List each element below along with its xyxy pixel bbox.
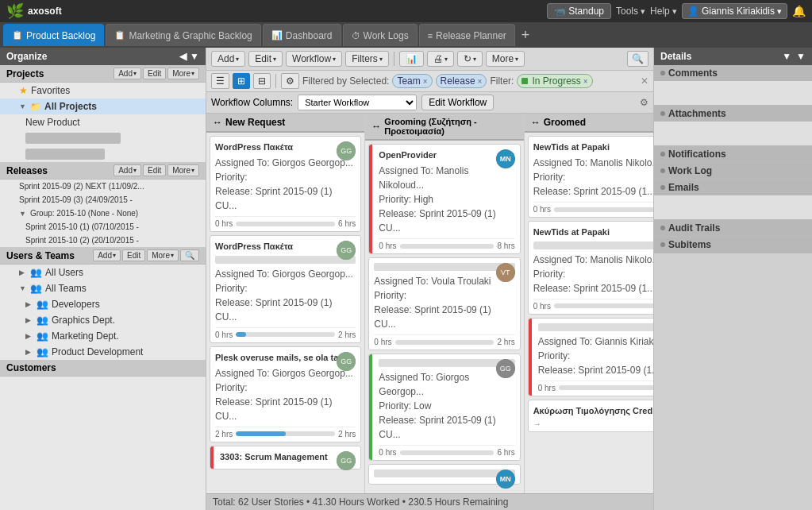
filtered-by-label: Filtered by Selected: bbox=[302, 75, 389, 87]
remove-team-filter[interactable]: × bbox=[423, 77, 428, 86]
card-g4[interactable]: MN bbox=[368, 464, 520, 485]
card-c2[interactable]: WordPress Πακέτα GG Assigned To: Giorgos… bbox=[210, 235, 361, 342]
all-projects-item[interactable]: ▼ 📁 All Projects bbox=[0, 99, 206, 114]
card-c4[interactable]: 3303: Scrum Management GG bbox=[210, 446, 361, 469]
marketing-dept-item[interactable]: ▶ 👥 Marketing Dept. bbox=[0, 328, 206, 344]
tab-dashboard[interactable]: 📊 Dashboard bbox=[263, 24, 341, 46]
graphics-dept-item[interactable]: ▶ 👥 Graphics Dept. bbox=[0, 312, 206, 328]
view-kanban-btn[interactable]: ⊞ bbox=[233, 73, 250, 89]
card-c3[interactable]: Plesk overuse mails, se ola ta ... GG As… bbox=[210, 346, 361, 442]
card-g3[interactable]: GG Assigned To: Giorgos Georgop... Prior… bbox=[368, 354, 520, 461]
card-g1[interactable]: OpenProvider MN Assigned To: Manolis Nik… bbox=[368, 144, 520, 254]
column-expand-icon-groomed[interactable]: ↔ bbox=[531, 117, 541, 128]
users-more-btn[interactable]: More ▾ bbox=[147, 249, 179, 261]
tools-button[interactable]: Tools ▾ bbox=[616, 6, 645, 17]
card-gr2[interactable]: NewTids at Papaki Assigned To: Manolis N… bbox=[528, 221, 653, 314]
workflow-gear-icon[interactable]: ⚙ bbox=[640, 97, 648, 108]
workflow-select[interactable]: Starter Workflow bbox=[298, 95, 417, 110]
details-section-work-log[interactable]: Work Log bbox=[654, 163, 812, 180]
remove-progress-filter[interactable]: × bbox=[583, 77, 588, 86]
team-icon-graphics: 👥 bbox=[37, 315, 48, 326]
subitems-label: Subitems bbox=[668, 239, 711, 250]
sprint-3-item[interactable]: Sprint 2015-10 (1) (07/10/2015 - bbox=[0, 220, 206, 234]
blurred-project-1[interactable] bbox=[0, 130, 206, 146]
users-add-btn[interactable]: Add ▾ bbox=[93, 249, 121, 261]
sidebar-collapse-icon[interactable]: ◀ bbox=[179, 51, 187, 62]
card-g2[interactable]: VT Assigned To: Voula Troulaki Priority:… bbox=[368, 257, 520, 350]
details-section-attachments[interactable]: Attachments bbox=[654, 106, 812, 146]
customers-section-header[interactable]: Customers bbox=[0, 360, 206, 377]
card-title-gr4: Ακύρωση Τιμολόγησης Cred... bbox=[533, 405, 653, 416]
filter-tag-release[interactable]: Release × bbox=[436, 74, 487, 88]
print-button[interactable]: 🖨 ▾ bbox=[427, 51, 454, 67]
user-menu-button[interactable]: 👤 Giannis Kiriakidis ▾ bbox=[682, 3, 787, 19]
all-teams-item[interactable]: ▼ 👥 All Teams bbox=[0, 280, 206, 296]
column-expand-icon[interactable]: ↔ bbox=[213, 117, 222, 128]
view-settings-btn[interactable]: ⚙ bbox=[281, 73, 299, 89]
group-item[interactable]: ▼ Group: 2015-10 (None - None) bbox=[0, 207, 206, 220]
releases-more-btn[interactable]: More ▾ bbox=[167, 164, 199, 176]
favorites-item[interactable]: ★ Favorites bbox=[0, 83, 206, 99]
edit-button[interactable]: Edit ▾ bbox=[248, 51, 283, 67]
edit-workflow-button[interactable]: Edit Workflow bbox=[421, 95, 494, 110]
blurred-project-2[interactable] bbox=[0, 146, 206, 162]
releases-add-btn[interactable]: Add ▾ bbox=[114, 164, 141, 176]
details-section-emails[interactable]: Emails bbox=[654, 180, 812, 220]
filters-button[interactable]: Filters ▾ bbox=[345, 51, 389, 67]
users-teams-section-header[interactable]: Users & Teams Add ▾ Edit More ▾ 🔍 bbox=[0, 247, 206, 265]
card-c1[interactable]: WordPress Πακέτα GG Assigned To: Giorgos… bbox=[210, 136, 361, 232]
projects-add-btn[interactable]: Add ▾ bbox=[114, 68, 141, 79]
details-section-comments[interactable]: Comments bbox=[654, 65, 812, 106]
sprint-1-item[interactable]: Sprint 2015-09 (2) NEXT (11/09/2... bbox=[0, 180, 206, 193]
video-icon: 📹 bbox=[554, 6, 566, 17]
column-header-new-request: ↔ New Request bbox=[206, 114, 364, 133]
standup-button[interactable]: 📹 Standup bbox=[547, 3, 611, 19]
projects-section-header[interactable]: Projects Add ▾ Edit More ▾ bbox=[0, 65, 206, 83]
notification-bell-icon[interactable]: 🔔 bbox=[792, 5, 806, 17]
filter-tag-in-progress[interactable]: In Progress × bbox=[517, 74, 592, 88]
all-users-item[interactable]: ▶ 👥 All Users bbox=[0, 265, 206, 280]
users-edit-btn[interactable]: Edit bbox=[122, 249, 145, 261]
sidebar-filter-icon[interactable]: ▼ bbox=[190, 51, 199, 62]
view-list-btn[interactable]: ☰ bbox=[211, 73, 229, 89]
tab-marketing-backlog[interactable]: 📋 Marketing & Graphic Backlog bbox=[106, 24, 260, 46]
tab-icon-work-logs: ⏱ bbox=[352, 31, 360, 41]
column-expand-icon-grooming[interactable]: ↔ bbox=[371, 121, 381, 132]
users-search-btn[interactable]: 🔍 bbox=[180, 249, 199, 261]
card-info-g2: Assigned To: Voula Troulaki Priority: Re… bbox=[374, 274, 514, 331]
details-section-audit-trails[interactable]: Audit Trails bbox=[654, 220, 812, 237]
sprint-2-item[interactable]: Sprint 2015-09 (3) (24/09/2015 - bbox=[0, 193, 206, 207]
filter-tag-team[interactable]: Team × bbox=[392, 74, 432, 88]
work-log-label: Work Log bbox=[668, 165, 712, 176]
charts-button[interactable]: 📊 bbox=[399, 51, 424, 67]
tab-release-planner[interactable]: ≡ Release Planner bbox=[419, 24, 515, 46]
releases-edit-btn[interactable]: Edit bbox=[143, 164, 166, 176]
add-button[interactable]: Add ▾ bbox=[211, 51, 245, 67]
product-dev-item[interactable]: ▶ 👥 Product Development bbox=[0, 344, 206, 360]
view-extra-btn[interactable]: ⊟ bbox=[253, 73, 271, 89]
new-product-item[interactable]: New Product bbox=[0, 114, 206, 130]
refresh-button[interactable]: ↻ ▾ bbox=[457, 51, 483, 67]
tab-product-backlog[interactable]: 📋 Product Backlog bbox=[3, 24, 104, 46]
card-gr1[interactable]: NewTids at Papaki Assigned To: Manolis N… bbox=[528, 136, 653, 218]
developers-team-item[interactable]: ▶ 👥 Developers bbox=[0, 296, 206, 312]
search-button[interactable]: 🔍 bbox=[627, 51, 648, 67]
projects-edit-btn[interactable]: Edit bbox=[143, 68, 166, 79]
releases-section-header[interactable]: Releases Add ▾ Edit More ▾ bbox=[0, 162, 206, 180]
details-filter-icon[interactable]: ▼ bbox=[782, 51, 791, 62]
remove-release-filter[interactable]: × bbox=[478, 77, 483, 86]
details-settings-icon[interactable]: ▼ bbox=[796, 51, 806, 62]
card-gr3[interactable]: Assigned To: Giannis Kiriaki... Priority… bbox=[528, 318, 653, 396]
workflow-button[interactable]: Workflow ▾ bbox=[286, 51, 342, 67]
add-tab-button[interactable]: + bbox=[517, 27, 535, 44]
details-section-notifications[interactable]: Notifications bbox=[654, 146, 812, 163]
projects-more-btn[interactable]: More ▾ bbox=[167, 68, 199, 79]
details-section-subitems[interactable]: Subitems bbox=[654, 237, 812, 253]
help-button[interactable]: Help ▾ bbox=[650, 6, 677, 17]
tab-work-logs[interactable]: ⏱ Work Logs bbox=[343, 24, 418, 46]
card-gr4[interactable]: Ακύρωση Τιμολόγησης Cred... → bbox=[528, 400, 653, 432]
sprint-4-item[interactable]: Sprint 2015-10 (2) (20/10/2015 - bbox=[0, 234, 206, 247]
more-button[interactable]: More ▾ bbox=[486, 51, 525, 67]
notifications-label: Notifications bbox=[668, 149, 726, 160]
clear-filters-button[interactable]: ✕ bbox=[641, 75, 648, 87]
